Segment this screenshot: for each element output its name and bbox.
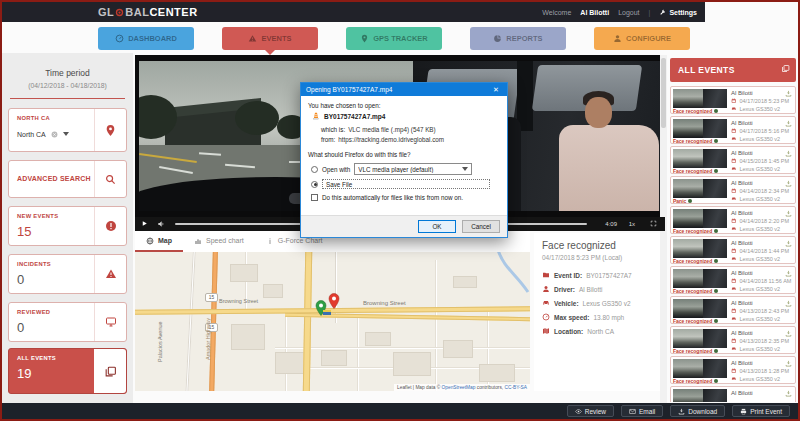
- chevron-down-icon[interactable]: [63, 132, 69, 139]
- search-button[interactable]: [94, 161, 126, 197]
- reviewed-card[interactable]: REVIEWED 0: [8, 302, 127, 342]
- event-item[interactable]: Face recognized Al Bilotti 04/13/2018 2:…: [670, 326, 796, 354]
- gforce-icon: [266, 237, 274, 245]
- all-events-card[interactable]: ALL EVENTS 19: [8, 348, 127, 394]
- email-button[interactable]: Email: [621, 405, 663, 417]
- event-item[interactable]: Face recognized Al Bilotti 04/17/2018 5:…: [670, 116, 796, 144]
- review-button[interactable]: Review: [567, 405, 614, 417]
- red-map-marker[interactable]: [328, 293, 340, 309]
- settings-link[interactable]: Settings: [659, 9, 697, 16]
- download-icon[interactable]: [785, 270, 792, 277]
- clear-icon[interactable]: [51, 131, 58, 138]
- event-item[interactable]: Face recognized Al Bilotti 04/15/2018 1:…: [670, 146, 796, 174]
- download-icon[interactable]: [785, 240, 792, 247]
- cancel-button[interactable]: Cancel: [462, 220, 500, 233]
- download-icon[interactable]: [785, 90, 792, 97]
- region-select[interactable]: North CA: [17, 129, 69, 139]
- event-item[interactable]: Face recognized Al Bilotti 04/14/2018 1:…: [670, 236, 796, 264]
- event-item[interactable]: Face recognized Al Bilotti 04/13/2018 2:…: [670, 296, 796, 324]
- advanced-search-label: ADVANCED SEARCH: [17, 175, 91, 182]
- incidents-card[interactable]: INCIDENTS 0: [8, 254, 127, 294]
- event-date-row: 04/14/2018 2:34 PM: [731, 188, 789, 194]
- print-event-button[interactable]: Print Event: [732, 405, 790, 417]
- eye-dot-icon: [714, 139, 718, 143]
- event-driver: Al Bilotti: [731, 180, 753, 186]
- event-item[interactable]: Face recognized Al Bilotti 04/14/2018 2:…: [670, 206, 796, 234]
- download-icon[interactable]: [785, 330, 792, 337]
- radio-selected-icon[interactable]: [311, 181, 318, 188]
- top-bar: GL BAL CENTER Welcome Al Bilotti Logout …: [2, 2, 705, 22]
- volume-icon[interactable]: [157, 220, 165, 228]
- logout-link[interactable]: Logout: [618, 9, 639, 16]
- event-driver: Al Bilotti: [731, 360, 753, 366]
- checkbox-unchecked-icon[interactable]: [311, 194, 318, 201]
- do-automatically-row[interactable]: Do this automatically for files like thi…: [311, 194, 463, 201]
- save-file-radio-row[interactable]: Save File: [311, 179, 490, 189]
- map-pin-icon: [104, 124, 117, 137]
- time-period-title: Time period: [2, 68, 133, 78]
- download-button[interactable]: Download: [670, 405, 725, 417]
- event-thumbnail: [673, 89, 727, 108]
- dialog-question: What should Firefox do with this file?: [308, 151, 411, 158]
- tab-map[interactable]: Map: [135, 231, 183, 252]
- fullscreen-icon[interactable]: [650, 220, 657, 227]
- vehicle-marker[interactable]: [323, 310, 331, 315]
- map-icon: [542, 327, 550, 335]
- event-item[interactable]: Panic Al Bilotti 04/14/2018 2:34 PM Lexu…: [670, 176, 796, 204]
- download-icon[interactable]: [785, 360, 792, 367]
- nav-events-button[interactable]: EVENTS: [222, 27, 318, 50]
- license-link[interactable]: CC-BY-SA: [505, 385, 527, 390]
- download-icon[interactable]: [785, 210, 792, 217]
- nav-configure-button[interactable]: CONFIGURE: [594, 27, 690, 50]
- car-icon: [731, 256, 737, 262]
- new-events-count: 15: [17, 224, 31, 239]
- reviewed-label: REVIEWED: [17, 309, 50, 315]
- download-icon[interactable]: [785, 120, 792, 127]
- open-with-label: Open with: [322, 166, 350, 173]
- new-events-label: NEW EVENTS: [17, 213, 58, 219]
- time-period-range[interactable]: (04/12/2018 - 04/18/2018): [2, 82, 133, 89]
- event-thumbnail: [673, 329, 727, 348]
- location-row: Location:North CA: [542, 327, 614, 335]
- tab-speed-chart[interactable]: Speed chart: [183, 231, 255, 252]
- nav-reports-button[interactable]: REPORTS: [470, 27, 566, 50]
- advanced-search-card[interactable]: ADVANCED SEARCH: [8, 160, 127, 198]
- region-card: NORTH CA North CA: [8, 108, 127, 152]
- calendar-icon: [731, 98, 737, 104]
- open-with-radio-row[interactable]: Open with VLC media player (default): [311, 163, 472, 175]
- event-thumbnail: [673, 119, 727, 138]
- new-events-card[interactable]: NEW EVENTS 15: [8, 206, 127, 246]
- dialog-title-bar[interactable]: Opening BY01757427A7.mp4 ✕: [301, 83, 507, 96]
- download-icon[interactable]: [785, 300, 792, 307]
- alert-icon: [94, 207, 126, 245]
- warning-icon: [248, 34, 257, 43]
- nav-dashboard-button[interactable]: DASHBOARD: [98, 27, 194, 50]
- play-button[interactable]: [141, 220, 148, 227]
- event-thumbnail: [673, 149, 727, 168]
- event-item[interactable]: Al Bilotti: [670, 386, 796, 402]
- radio-unselected-icon[interactable]: [311, 166, 318, 173]
- openstreetmap-link[interactable]: OpenStreetMap: [442, 385, 476, 390]
- event-date-row: 04/17/2018 5:16 PM: [731, 128, 789, 134]
- copy-icon[interactable]: [781, 64, 790, 73]
- region-pin-button[interactable]: [94, 109, 126, 151]
- logo-text-center: CENTER: [149, 6, 197, 18]
- download-icon[interactable]: [785, 180, 792, 187]
- event-timestamp: 04/17/2018 5:23 PM (Local): [542, 254, 622, 261]
- incidents-label: INCIDENTS: [17, 261, 51, 267]
- ok-button[interactable]: OK: [418, 220, 456, 233]
- event-item[interactable]: Face recognized Al Bilotti 04/14/2018 11…: [670, 266, 796, 294]
- open-with-dropdown[interactable]: VLC media player (default): [354, 163, 472, 175]
- event-datetime: 04/15/2018 1:45 PM: [740, 158, 790, 164]
- street-label: Browning Street: [219, 298, 258, 304]
- playback-rate[interactable]: 1x: [629, 221, 635, 227]
- event-datetime: 04/14/2018 11:56 AM: [740, 278, 792, 284]
- map[interactable]: 15 15 Browning Street Browning Street Pa…: [135, 252, 530, 391]
- download-icon[interactable]: [785, 150, 792, 157]
- event-item[interactable]: Face recognized Al Bilotti 04/17/2018 5:…: [670, 86, 796, 114]
- event-item[interactable]: Face recognized Al Bilotti 04/13/2018 1:…: [670, 356, 796, 384]
- nav-gps-tracker-button[interactable]: GPS TRACKER: [346, 27, 442, 50]
- close-icon[interactable]: ✕: [490, 86, 502, 94]
- download-icon[interactable]: [785, 390, 792, 397]
- scrollbar-thumb[interactable]: [661, 58, 666, 128]
